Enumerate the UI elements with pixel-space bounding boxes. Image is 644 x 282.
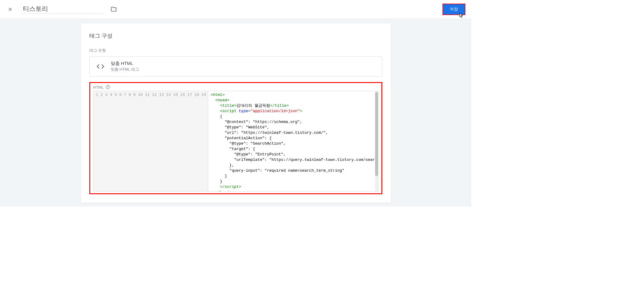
html-field-label: HTML bbox=[93, 85, 104, 90]
cursor-pointer-icon bbox=[458, 12, 465, 21]
close-icon bbox=[8, 7, 13, 12]
close-button[interactable] bbox=[6, 5, 14, 14]
tag-config-card: 태그 구성 태그 유형 맞춤 HTML 맞춤 HTML 태그 HTML bbox=[81, 24, 391, 203]
html-editor-highlight: HTML 1 2 3 4 5 6 7 8 9 10 11 12 13 14 15… bbox=[89, 82, 382, 194]
code-gutter: 1 2 3 4 5 6 7 8 9 10 11 12 13 14 15 16 1… bbox=[94, 91, 208, 191]
html-code-editor[interactable]: 1 2 3 4 5 6 7 8 9 10 11 12 13 14 15 16 1… bbox=[93, 91, 378, 192]
section-title: 태그 구성 bbox=[89, 32, 382, 39]
tag-type-selector[interactable]: 맞춤 HTML 맞춤 HTML 태그 bbox=[89, 56, 382, 77]
folder-icon bbox=[110, 6, 117, 13]
header-bar: 저장 bbox=[0, 0, 471, 18]
code-content[interactable]: <html> <head> <title>김대리의 월급독립</title> <… bbox=[208, 91, 375, 191]
tag-name-input[interactable] bbox=[22, 5, 103, 14]
tag-type-name: 맞춤 HTML bbox=[111, 61, 139, 66]
folder-button[interactable] bbox=[110, 6, 117, 13]
tag-type-description: 맞춤 HTML 태그 bbox=[111, 67, 139, 72]
scrollbar-thumb[interactable] bbox=[375, 92, 378, 176]
html-label-row: HTML bbox=[93, 85, 378, 90]
code-icon bbox=[95, 61, 106, 72]
main-content-area: 태그 구성 태그 유형 맞춤 HTML 맞춤 HTML 태그 HTML bbox=[0, 18, 471, 207]
editor-scrollbar[interactable] bbox=[375, 91, 378, 191]
tag-type-label: 태그 유형 bbox=[89, 48, 382, 53]
help-icon[interactable] bbox=[106, 85, 110, 90]
svg-point-3 bbox=[108, 88, 108, 88]
